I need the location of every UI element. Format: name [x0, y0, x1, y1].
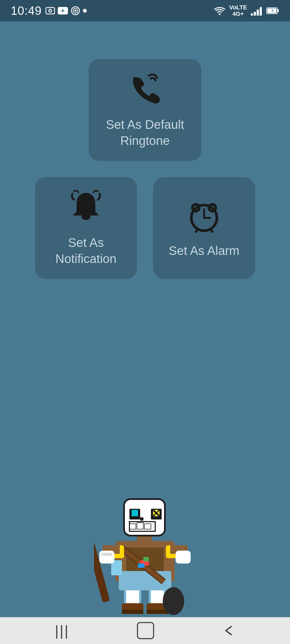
svg-rect-14: [277, 9, 279, 12]
svg-rect-50: [99, 551, 114, 564]
svg-point-7: [74, 10, 77, 12]
target-icon: [71, 6, 80, 16]
back-button[interactable]: [222, 624, 235, 637]
svg-rect-60: [147, 610, 168, 614]
svg-rect-64: [137, 623, 154, 639]
screenshot-icon: [45, 6, 55, 16]
ringtone-label: Set As Default Ringtone: [89, 117, 201, 149]
character-area: [94, 494, 196, 617]
alarm-label: Set As Alarm: [163, 243, 245, 259]
svg-rect-10: [254, 12, 256, 16]
svg-point-2: [49, 10, 51, 12]
svg-rect-55: [126, 590, 139, 605]
battery-icon: [266, 7, 279, 15]
set-notification-button[interactable]: Set As Notification: [35, 177, 137, 279]
svg-rect-31: [129, 524, 136, 529]
back-arrow-icon: [222, 624, 235, 637]
phone-icon: [126, 71, 164, 109]
home-button[interactable]: [136, 621, 155, 640]
svg-point-61: [163, 587, 184, 615]
svg-rect-12: [260, 8, 262, 16]
svg-rect-62: [102, 553, 112, 556]
svg-rect-35: [140, 517, 143, 521]
recent-apps-button[interactable]: |||: [55, 622, 69, 639]
svg-rect-27: [132, 510, 138, 516]
status-left: 10:49: [11, 4, 87, 17]
svg-rect-33: [144, 524, 151, 529]
status-time: 10:49: [11, 4, 42, 17]
alarm-icon: [185, 197, 223, 235]
notification-label: Set As Notification: [35, 235, 137, 267]
svg-point-8: [219, 13, 220, 15]
main-content: Set As Default Ringtone Set As Notificat…: [0, 21, 290, 279]
set-alarm-button[interactable]: Set As Alarm: [153, 177, 255, 279]
signal-icon: [251, 6, 263, 16]
wifi-icon: [214, 5, 226, 16]
svg-rect-56: [151, 590, 164, 605]
bell-icon: [67, 189, 105, 227]
svg-rect-44: [138, 564, 144, 568]
nav-bar: |||: [0, 617, 290, 644]
svg-rect-9: [251, 13, 253, 16]
button-row: Set As Notification Set As Alarm: [35, 177, 255, 279]
notification-dot: [83, 9, 87, 13]
home-circle-icon: [136, 621, 155, 640]
status-bar: 10:49: [0, 0, 290, 21]
network-label: VoLTE 4G+: [229, 4, 247, 17]
svg-rect-59: [122, 610, 143, 614]
svg-rect-11: [257, 10, 259, 16]
youtube-icon: [58, 7, 68, 14]
svg-rect-43: [143, 557, 149, 561]
status-right: VoLTE 4G+: [214, 4, 279, 17]
set-ringtone-button[interactable]: Set As Default Ringtone: [89, 59, 201, 161]
status-icons-left: [45, 6, 87, 16]
svg-rect-32: [137, 523, 143, 529]
pixel-character: [94, 494, 196, 617]
svg-rect-51: [176, 551, 191, 564]
